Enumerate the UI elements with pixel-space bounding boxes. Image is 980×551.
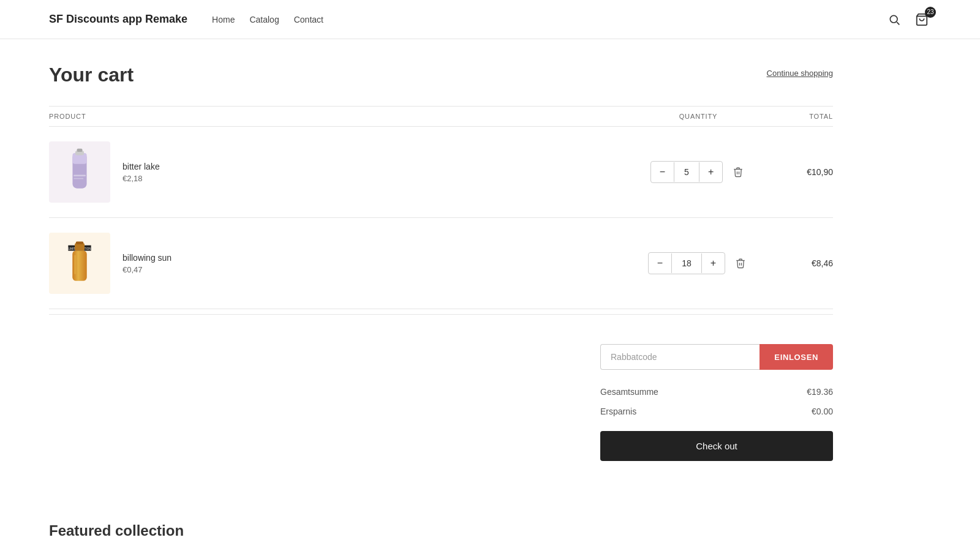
cart-button[interactable]: 23 — [913, 10, 931, 29]
svg-line-1 — [897, 22, 899, 24]
nav-contact[interactable]: Contact — [294, 15, 323, 24]
bitter-lake-product-svg — [58, 148, 101, 197]
item-total-bitter-lake: €10,90 — [760, 167, 833, 177]
delete-billowing-sun[interactable] — [733, 255, 748, 271]
gesamtsumme-value: €19.36 — [807, 387, 833, 397]
qty-decrease-billowing-sun[interactable]: − — [649, 253, 671, 274]
cart-divider — [49, 314, 833, 315]
gesamtsumme-label: Gesamtsumme — [600, 387, 658, 397]
item-price-bitter-lake: €2,18 — [123, 174, 160, 183]
svg-point-0 — [890, 15, 897, 23]
cart-item-bitter-lake: bitter lake €2,18 − 5 + €10,90 — [49, 127, 833, 218]
main-nav: Home Catalog Contact — [212, 15, 323, 24]
item-info-billowing-sun: billowing sun €0,47 — [123, 253, 172, 274]
col-header-quantity: QUANTITY — [637, 113, 760, 120]
main-content: Your cart Continue shopping PRODUCT QUAN… — [0, 39, 882, 485]
header-right: 23 — [886, 10, 931, 29]
trash-icon-billowing-sun — [735, 258, 746, 269]
billowing-sun-product-svg: LIMITED EDITION — [58, 239, 101, 288]
einlosen-button[interactable]: EINLOSEN — [760, 344, 833, 370]
nav-home[interactable]: Home — [212, 15, 235, 24]
ersparnis-label: Ersparnis — [600, 407, 636, 416]
item-info-bitter-lake: bitter lake €2,18 — [123, 162, 160, 183]
cart-summary: EINLOSEN Gesamtsumme €19.36 Ersparnis €0… — [600, 344, 833, 461]
item-product-bitter-lake: bitter lake €2,18 — [49, 141, 637, 203]
item-quantity-bitter-lake: − 5 + — [637, 161, 760, 183]
col-header-total: TOTAL — [760, 113, 833, 120]
header-left: SF Discounts app Remake Home Catalog Con… — [49, 13, 323, 26]
cart-title: Your cart — [49, 64, 134, 86]
item-image-billowing-sun: LIMITED EDITION — [49, 233, 110, 294]
nav-catalog[interactable]: Catalog — [249, 15, 279, 24]
qty-increase-billowing-sun[interactable]: + — [702, 253, 725, 274]
cart-header: Your cart Continue shopping — [49, 64, 833, 86]
trash-icon-bitter-lake — [733, 167, 744, 178]
continue-shopping-link[interactable]: Continue shopping — [767, 69, 833, 78]
site-title: SF Discounts app Remake — [49, 13, 187, 26]
cart-footer: EINLOSEN Gesamtsumme €19.36 Ersparnis €0… — [49, 344, 833, 461]
item-image-bitter-lake — [49, 141, 110, 203]
qty-control-billowing-sun: − 18 + — [648, 252, 725, 274]
qty-value-billowing-sun: 18 — [671, 253, 702, 273]
header: SF Discounts app Remake Home Catalog Con… — [0, 0, 980, 39]
svg-rect-7 — [74, 174, 86, 176]
summary-gesamtsumme-row: Gesamtsumme €19.36 — [600, 382, 833, 402]
search-icon — [888, 13, 900, 26]
col-header-product: PRODUCT — [49, 113, 637, 120]
item-name-bitter-lake: bitter lake — [123, 162, 160, 171]
qty-value-bitter-lake: 5 — [674, 162, 699, 182]
item-quantity-billowing-sun: − 18 + — [637, 252, 760, 274]
featured-section: Featured collection — [0, 522, 980, 551]
ersparnis-value: €0.00 — [812, 407, 833, 416]
svg-rect-6 — [77, 149, 83, 152]
qty-control-bitter-lake: − 5 + — [650, 161, 723, 183]
svg-rect-8 — [74, 178, 83, 179]
featured-title: Featured collection — [49, 522, 931, 539]
svg-rect-13 — [74, 255, 76, 274]
svg-rect-14 — [75, 243, 85, 250]
item-product-billowing-sun: LIMITED EDITION — [49, 233, 637, 294]
qty-increase-bitter-lake[interactable]: + — [699, 162, 722, 182]
discount-input[interactable] — [600, 344, 760, 370]
cart-badge: 23 — [925, 7, 936, 18]
discount-row: EINLOSEN — [600, 344, 833, 370]
cart-item-billowing-sun: LIMITED EDITION — [49, 218, 833, 309]
search-button[interactable] — [886, 11, 903, 28]
item-price-billowing-sun: €0,47 — [123, 265, 172, 274]
item-total-billowing-sun: €8,46 — [760, 258, 833, 268]
delete-bitter-lake[interactable] — [730, 164, 746, 180]
qty-decrease-bitter-lake[interactable]: − — [651, 162, 674, 182]
summary-ersparnis-row: Ersparnis €0.00 — [600, 402, 833, 421]
checkout-button[interactable]: Check out — [600, 431, 833, 461]
item-name-billowing-sun: billowing sun — [123, 253, 172, 263]
table-header: PRODUCT QUANTITY TOTAL — [49, 106, 833, 127]
svg-rect-15 — [76, 241, 83, 244]
